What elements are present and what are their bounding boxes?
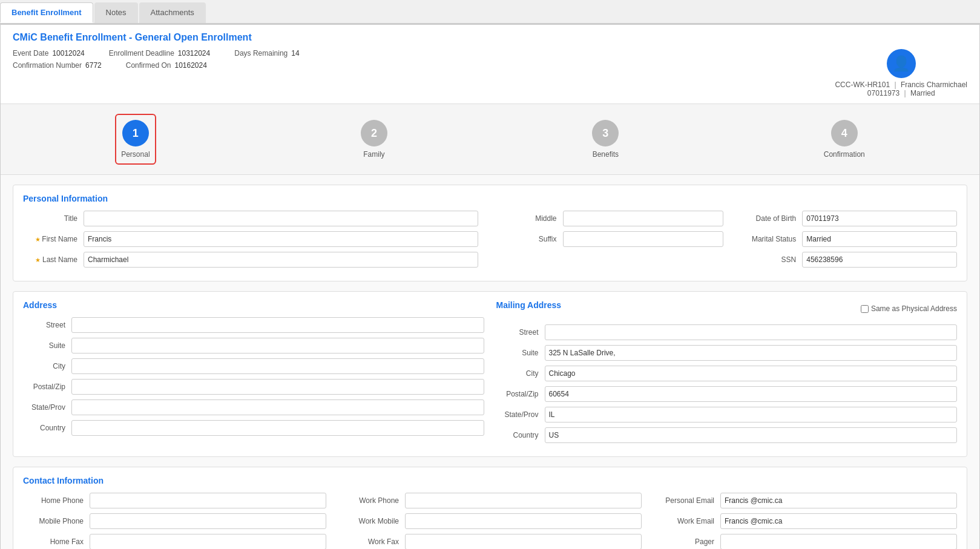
user-profile: 👤 CCC-WK-HR101 | Francis Charmichael 070…: [835, 49, 967, 97]
mailing-postal-input[interactable]: [545, 386, 958, 402]
mailing-country-input[interactable]: [545, 427, 958, 443]
title-input[interactable]: [84, 211, 478, 226]
state-row: State/Prov: [23, 399, 484, 415]
header-row-2: Confirmation Number 6772 Confirmed On 10…: [13, 61, 300, 70]
tab-attachments[interactable]: Attachments: [139, 2, 206, 23]
country-label: Country: [23, 424, 71, 432]
ssn-label: SSN: [735, 255, 802, 264]
user-name: Francis Charmichael: [901, 81, 967, 89]
dob-input[interactable]: [802, 211, 957, 226]
step-label-personal: Personal: [121, 150, 150, 159]
user-dob-status: 07011973 | Married: [835, 89, 967, 97]
work-fax-row: Work Fax: [338, 534, 642, 549]
mailing-country-row: Country: [496, 427, 958, 443]
middle-input[interactable]: [563, 211, 724, 226]
step-circle-2: 2: [361, 120, 387, 146]
city-row: City: [23, 358, 484, 374]
mobile-phone-input[interactable]: [90, 513, 326, 529]
tab-bar: Benefit Enrollment Notes Attachments: [0, 0, 980, 24]
first-name-input[interactable]: [84, 231, 478, 247]
work-email-row: Work Email: [654, 513, 957, 529]
user-code-name: CCC-WK-HR101 | Francis Charmichael: [835, 81, 967, 89]
street-input[interactable]: [71, 317, 484, 333]
contact-col-2: Work Phone Work Mobile Work Fax: [338, 493, 642, 549]
work-mobile-input[interactable]: [405, 513, 642, 529]
same-as-label: Same as Physical Address: [871, 304, 957, 313]
first-name-row: First Name: [23, 231, 478, 247]
mailing-street-input[interactable]: [545, 324, 958, 340]
enrollment-deadline-value: 10312024: [178, 49, 210, 58]
street-row: Street: [23, 317, 484, 333]
home-fax-label: Home Fax: [23, 537, 90, 546]
country-row: Country: [23, 420, 484, 436]
days-remaining-label: Days Remaining: [234, 49, 288, 58]
header-row-1: Event Date 10012024 Enrollment Deadline …: [13, 49, 300, 58]
home-fax-row: Home Fax: [23, 534, 326, 549]
same-as-checkbox[interactable]: Same as Physical Address: [861, 304, 957, 313]
last-name-input[interactable]: [84, 252, 478, 268]
city-label: City: [23, 362, 71, 370]
event-date-field: Event Date 10012024: [13, 49, 85, 58]
mailing-suite-input[interactable]: [545, 345, 958, 361]
header-left: Event Date 10012024 Enrollment Deadline …: [13, 49, 300, 70]
confirmation-number-field: Confirmation Number 6772: [13, 61, 102, 70]
home-phone-row: Home Phone: [23, 493, 326, 508]
suite-input[interactable]: [71, 338, 484, 353]
last-name-label: Last Name: [23, 255, 84, 264]
home-phone-input[interactable]: [90, 493, 326, 508]
mailing-country-label: Country: [496, 431, 545, 439]
mailing-suite-row: Suite: [496, 345, 958, 361]
content-area: Personal Information Title First Name La…: [1, 175, 979, 549]
street-label: Street: [23, 321, 71, 329]
page-title: CMiC Benefit Enrollment - General Open E…: [13, 32, 967, 43]
suffix-input[interactable]: [563, 231, 724, 247]
same-as-checkbox-input[interactable]: [861, 305, 869, 313]
home-phone-label: Home Phone: [23, 496, 90, 505]
step-personal[interactable]: 1 Personal: [115, 114, 156, 165]
suite-label: Suite: [23, 341, 71, 350]
mailing-city-row: City: [496, 366, 958, 381]
mailing-city-input[interactable]: [545, 366, 958, 381]
city-input[interactable]: [71, 358, 484, 374]
dob-label: Date of Birth: [735, 214, 802, 223]
tab-benefit-enrollment[interactable]: Benefit Enrollment: [0, 2, 93, 23]
country-input[interactable]: [71, 420, 484, 436]
confirmation-number-label: Confirmation Number: [13, 61, 82, 70]
work-phone-row: Work Phone: [338, 493, 642, 508]
step-circle-1: 1: [122, 120, 149, 146]
postal-input[interactable]: [71, 379, 484, 395]
personal-email-input[interactable]: [720, 493, 957, 508]
mailing-state-input[interactable]: [545, 407, 958, 422]
work-phone-label: Work Phone: [338, 496, 405, 505]
contact-col-1: Home Phone Mobile Phone Home Fax: [23, 493, 326, 549]
mobile-phone-label: Mobile Phone: [23, 517, 90, 525]
pager-input[interactable]: [720, 534, 957, 549]
work-email-input[interactable]: [720, 513, 957, 529]
work-phone-input[interactable]: [405, 493, 642, 508]
postal-label: Postal/Zip: [23, 383, 71, 391]
contact-section: Contact Information Home Phone Mobile Ph…: [13, 467, 967, 549]
event-date-label: Event Date: [13, 49, 48, 58]
first-name-label: First Name: [23, 235, 84, 243]
home-fax-input[interactable]: [90, 534, 326, 549]
state-label: State/Prov: [23, 403, 71, 412]
user-dob: 07011973: [867, 89, 899, 97]
step-label-family: Family: [363, 150, 384, 159]
ssn-input[interactable]: [802, 252, 957, 268]
step-family[interactable]: 2 Family: [361, 120, 387, 159]
tab-notes[interactable]: Notes: [94, 2, 138, 23]
mailing-street-label: Street: [496, 328, 545, 337]
state-input[interactable]: [71, 399, 484, 415]
mailing-state-row: State/Prov: [496, 407, 958, 422]
work-fax-input[interactable]: [405, 534, 642, 549]
suffix-row: Suffix: [502, 231, 724, 247]
marital-status-input[interactable]: [802, 231, 957, 247]
step-confirmation[interactable]: 4 Confirmation: [824, 120, 865, 159]
personal-left-col: Title First Name Last Name: [23, 211, 478, 272]
pager-row: Pager: [654, 534, 957, 549]
physical-address-col: Address Street Suite City Postal/Zip: [23, 300, 484, 448]
suite-row: Suite: [23, 338, 484, 353]
step-benefits[interactable]: 3 Benefits: [592, 120, 619, 159]
last-name-row: Last Name: [23, 252, 478, 268]
confirmation-number-value: 6772: [85, 61, 102, 70]
